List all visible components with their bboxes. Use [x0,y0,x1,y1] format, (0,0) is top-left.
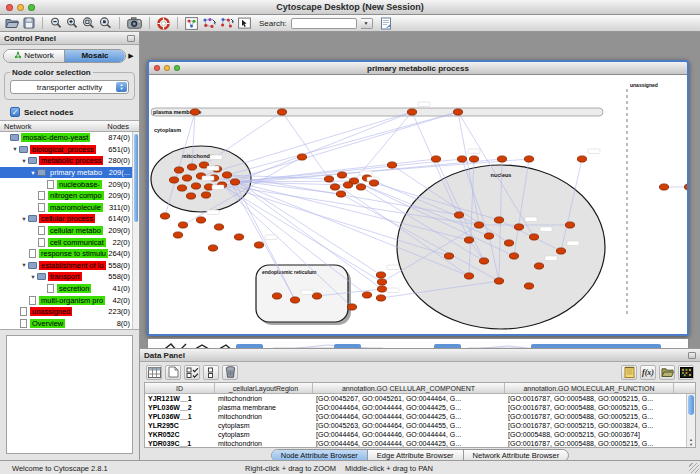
expander-icon[interactable]: ▼ [20,216,28,222]
tab-label: Mosaic [81,51,108,60]
expander-icon[interactable]: ▼ [29,274,37,280]
control-panel: Control Panel NetworkMosaic ▶ Node color… [0,32,140,460]
help-ring-icon[interactable] [157,16,170,30]
tree-row[interactable]: ▼cellular process614(0) [0,213,132,225]
background-windows-sliver[interactable] [147,338,689,348]
tree-row-count: 651(0) [108,145,130,154]
tree-row[interactable]: ▼biological_process651(0) [0,144,132,156]
tree-row[interactable]: unassigned223(0) [0,306,132,318]
file-icon [38,203,45,212]
expander-icon[interactable]: ▼ [20,262,28,268]
expander-icon[interactable]: ▼ [20,158,28,164]
matrix-view-icon[interactable] [678,365,694,380]
tree-row[interactable]: macromolecule311(0) [0,202,132,214]
tree-row-label: macromolecule [48,203,103,212]
folder-icon [28,215,37,222]
network-frame-titlebar[interactable]: primary metabolic process [149,62,687,75]
tree-row[interactable]: cellular metabo209(0) [0,225,132,237]
table-column-header[interactable]: annotation.GO CELLULAR_COMPONENT [313,383,505,393]
float-panel-icon[interactable] [127,35,135,42]
tree-column-nodes[interactable]: Nodes [107,122,129,131]
tree-row[interactable]: cell communicat22(0) [0,236,132,248]
tree-row-count: 311(0) [109,203,130,212]
layout-icon[interactable] [185,16,198,30]
node-color-dropdown[interactable]: transporter activity ▲▼ [10,80,129,94]
birds-eye-view-panel[interactable] [6,335,133,454]
attribute-select-icon[interactable] [146,365,162,380]
float-data-panel-icon[interactable] [688,352,696,359]
table-column-header[interactable]: ID [145,383,215,393]
folder-icon [37,169,46,176]
select-nodes-label: Select nodes [24,108,73,117]
tree-row-label: cellular metabo [48,226,103,235]
svg-text:nucleus: nucleus [491,172,512,178]
tree-row[interactable]: nitrogen compo209(0) [0,190,132,202]
select-mode-icon[interactable] [238,16,251,30]
zoom-in-icon[interactable] [66,16,78,30]
open-file-icon[interactable] [5,16,19,30]
table-cell: plasma membrane [215,403,313,412]
tree-row-count: 22(0) [112,238,130,247]
tree-row-label: metabolic process [39,156,103,165]
tab-mosaic[interactable]: Mosaic [65,50,125,62]
table-column-header[interactable]: annotation.GO MOLECULAR_FUNCTION [505,383,674,393]
search-input[interactable] [291,18,357,29]
select-nodes-checkbox[interactable]: ✓ [10,107,20,117]
tree-column-network[interactable]: Network [4,122,32,131]
search-options-icon[interactable] [380,16,392,30]
tab-overflow-arrow[interactable]: ▶ [126,52,136,60]
apply-layout-icon-1[interactable] [202,16,216,30]
tree-row[interactable]: ▼transport558(0) [0,271,132,283]
select-attributes-icon[interactable] [184,365,200,380]
table-row[interactable]: YPL036W__2plasma membrane[GO:0044464, GO… [145,403,695,412]
tree-row[interactable]: multi-organism pro42(0) [0,294,132,306]
tree-row[interactable]: ▼primary metabo209(... [0,167,132,179]
node-color-dropdown-value: transporter activity [37,83,102,92]
tree-row-count: 41(0) [112,284,130,293]
zoom-fit-icon[interactable] [99,16,112,30]
network-canvas[interactable]: plasma membranecytoplasmmitochondrionnuc… [149,75,687,334]
snapshot-icon[interactable] [127,16,142,30]
table-column-header[interactable]: _cellularLayoutRegion [215,383,313,393]
zoom-selected-icon[interactable] [82,16,95,30]
tree-row-label: response to stimulu [39,249,108,258]
table-cell: [GO:0045263, GO:0044464, GO:0044455, G..… [313,421,505,430]
table-row[interactable]: YKR052Ccytoplasm[GO:0044464, GO:0044446,… [145,430,695,439]
zoom-out-icon[interactable] [50,16,62,30]
expander-icon[interactable]: ▼ [11,146,19,152]
attribute-table[interactable]: ID_cellularLayoutRegionannotation.GO CEL… [144,382,696,448]
tree-row[interactable]: secretion41(0) [0,283,132,295]
apply-layout-icon-2[interactable] [220,16,234,30]
tree-row[interactable]: ▼metabolic process280(0) [0,155,132,167]
search-dropdown-button[interactable]: ▼ [361,18,373,29]
file-icon [47,284,54,293]
import-attributes-icon[interactable] [659,365,675,380]
delete-attribute-icon[interactable] [222,365,238,380]
table-cell: YPL036W__2 [145,403,215,412]
tree-row-label: unassigned [30,307,72,316]
table-row[interactable]: YJR121W__1mitochondrion[GO:0045267, GO:0… [145,394,695,403]
resize-grip[interactable] [689,463,699,473]
fx-label: f(x) [642,368,654,377]
tree-row-label: Overview [30,319,65,328]
main-toolbar: Search: ▼ [0,15,700,32]
table-row[interactable]: YDR039C__1mitochondrion[GO:0044464, GO:0… [145,439,695,448]
function-builder-icon[interactable]: f(x) [640,365,656,380]
expander-icon[interactable]: ▼ [29,170,37,176]
tree-row[interactable]: Overview8(0) [0,318,132,330]
network-view-frame[interactable]: primary metabolic process plasma membran… [147,60,689,336]
new-attribute-icon[interactable] [165,365,181,380]
save-icon[interactable] [23,16,35,30]
file-icon [20,307,27,316]
unselect-attributes-icon[interactable] [203,365,219,380]
tree-row[interactable]: nucleobase-209(0) [0,178,132,190]
tree-row[interactable]: ▼establishment of lo558(0) [0,260,132,272]
notes-icon[interactable] [621,365,637,380]
tab-network[interactable]: Network [4,50,65,62]
table-row[interactable]: YLR295Ccytoplasm[GO:0045263, GO:0044464,… [145,421,695,430]
tree-row[interactable]: mosaic-demo-yeast874(0) [0,132,132,144]
table-scrollbar[interactable]: ▲▼ [686,394,695,447]
table-row[interactable]: YPL036W__1mitochondrion[GO:0044464, GO:0… [145,412,695,421]
tree-scrollbar[interactable] [132,132,139,329]
tree-row[interactable]: response to stimulu264(0) [0,248,132,260]
